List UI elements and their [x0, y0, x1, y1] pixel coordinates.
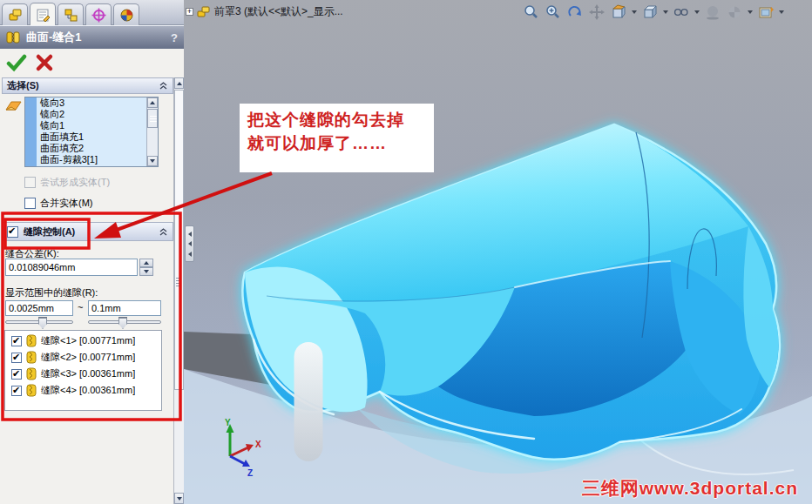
apply-scene-button[interactable]	[756, 3, 775, 22]
scroll-down-button[interactable]	[174, 493, 184, 504]
ok-button[interactable]	[5, 52, 28, 73]
feature-tree-header[interactable]: + 前罩3 (默认<<默认>_显示...	[186, 4, 343, 19]
watermark: 三维网www.3dportal.cn	[582, 476, 798, 501]
ok-check-icon	[6, 53, 27, 72]
show-gaps-range-label: 显示范围中的缝隙(R):	[5, 286, 98, 299]
flyout-tree-handle[interactable]	[185, 225, 194, 262]
dropdown-arrow-icon[interactable]	[779, 10, 784, 14]
spinner-up-button[interactable]	[139, 259, 153, 267]
model-3d-hood[interactable]	[242, 124, 780, 460]
annotation-line1: 把这个缝隙的勾去掉	[247, 108, 426, 131]
list-item[interactable]: 镜向2	[25, 109, 158, 120]
list-item[interactable]: 曲面-剪裁3[1]	[25, 154, 158, 165]
range-min-input[interactable]	[5, 300, 73, 316]
tab-propertymanager[interactable]	[30, 3, 56, 26]
scrollbar-thumb[interactable]	[174, 90, 184, 390]
gap-checkbox[interactable]	[11, 336, 22, 346]
gap-checkbox[interactable]	[11, 353, 22, 363]
part-icon	[197, 6, 211, 18]
try-form-solid-label: 尝试形成实体(T)	[40, 176, 110, 189]
apply-scene-icon	[758, 4, 774, 20]
gap-control-section-header[interactable]: 缝隙控制(A)	[2, 222, 173, 241]
gap-label: 缝隙<2> [0.00771mm]	[41, 351, 135, 364]
section-view-button[interactable]	[609, 3, 628, 22]
gap-icon	[26, 334, 37, 347]
dropdown-arrow-icon[interactable]	[694, 10, 700, 14]
panel-scrollbar[interactable]	[173, 77, 184, 504]
model-3d-scene[interactable]: Y X Z	[184, 0, 812, 504]
scroll-up-button[interactable]	[174, 77, 184, 89]
range-max-input[interactable]	[88, 300, 161, 316]
selection-header-label: 选择(S)	[7, 79, 39, 92]
tree-expand-box[interactable]: +	[186, 8, 193, 16]
surface-knit-icon	[6, 30, 21, 44]
gap-row[interactable]: 缝隙<1> [0.00771mm]	[5, 333, 161, 349]
annotation-line2: 就可以加厚了……	[247, 131, 426, 155]
selection-section-header[interactable]: 选择(S)	[2, 77, 173, 94]
spinner-down-button[interactable]	[139, 267, 153, 276]
gap-checkbox[interactable]	[11, 369, 22, 380]
tree-label[interactable]: 前罩3 (默认<<默认>_显示...	[214, 4, 343, 19]
tab-dimxpertmanager[interactable]	[85, 3, 112, 25]
gap-checkbox[interactable]	[11, 386, 22, 396]
configurationmanager-icon	[64, 8, 78, 23]
displaymanager-icon	[119, 8, 134, 23]
list-item[interactable]: 曲面填充1	[25, 131, 158, 143]
cancel-button[interactable]	[33, 52, 56, 73]
rotate-view-button[interactable]	[565, 3, 585, 22]
featuremanager-tree-icon	[8, 8, 23, 23]
pan-icon	[589, 4, 605, 20]
panel-title-bar: 曲面-缝合1 ?	[0, 25, 184, 49]
help-button[interactable]: ?	[171, 31, 178, 44]
dropdown-arrow-icon[interactable]	[748, 10, 753, 14]
rotate-view-icon	[567, 4, 583, 20]
gap-row[interactable]: 缝隙<3> [0.00361mm]	[5, 366, 161, 382]
merge-entities-checkbox[interactable]	[24, 198, 36, 209]
scroll-down-button[interactable]	[147, 156, 158, 166]
gap-icon	[26, 351, 37, 364]
view-orientation-button[interactable]	[640, 3, 660, 22]
triad-y-label: Y	[225, 418, 231, 427]
tab-displaymanager[interactable]	[113, 3, 139, 25]
list-item[interactable]: 镜向3	[25, 97, 158, 109]
tab-configurationmanager[interactable]	[58, 3, 84, 25]
gap-label: 缝隙<1> [0.00771mm]	[41, 334, 135, 347]
list-item[interactable]: 镜向1	[25, 120, 158, 131]
gap-row[interactable]: 缝隙<2> [0.00771mm]	[5, 349, 161, 366]
scroll-up-button[interactable]	[147, 97, 158, 108]
merge-entities-option[interactable]: 合并实体(M)	[24, 197, 93, 210]
tab-featuremanager[interactable]	[2, 3, 28, 25]
annotation-note: 把这个缝隙的勾去掉 就可以加厚了……	[240, 104, 434, 172]
display-style-button[interactable]	[672, 3, 691, 22]
scrollbar-thumb[interactable]	[147, 109, 158, 128]
section-view-icon	[611, 4, 626, 20]
selection-listbox[interactable]: 镜向3 镜向2 镜向1 曲面填充1 曲面填充2 曲面-剪裁3[1]	[24, 97, 159, 167]
view-orientation-icon	[642, 4, 658, 20]
merge-entities-label: 合并实体(M)	[40, 197, 93, 210]
zoom-to-fit-icon	[524, 4, 539, 20]
appearances-button[interactable]	[725, 3, 744, 22]
cancel-x-icon	[35, 53, 54, 72]
dropdown-arrow-icon[interactable]	[632, 10, 637, 14]
triad-x-label: X	[255, 440, 261, 449]
gap-label: 缝隙<4> [0.00361mm]	[41, 384, 135, 397]
zoom-to-area-button[interactable]	[544, 3, 563, 22]
zoom-to-fit-button[interactable]	[522, 3, 541, 22]
try-form-solid-checkbox	[24, 177, 36, 188]
collapse-chevron-icon[interactable]	[159, 228, 168, 236]
list-item[interactable]: 曲面填充2	[25, 143, 158, 154]
knitting-tolerance-input[interactable]	[5, 259, 138, 276]
scrollbar-grip	[176, 278, 181, 286]
try-form-solid-option: 尝试形成实体(T)	[24, 176, 110, 189]
gap-control-checkbox[interactable]	[7, 226, 18, 238]
pan-button[interactable]	[587, 3, 606, 22]
gap-row[interactable]: 缝隙<4> [0.00361mm]	[5, 382, 161, 399]
shadows-button[interactable]	[703, 3, 722, 22]
range-min-slider-thumb[interactable]	[38, 317, 47, 329]
listbox-scrollbar[interactable]	[146, 97, 158, 166]
graphics-viewport[interactable]: Y X Z + 前罩3 (默认<<默认>_显示...	[184, 0, 812, 504]
range-max-slider-thumb[interactable]	[118, 317, 127, 329]
property-manager-panel: 曲面-缝合1 ? 选择(S) 镜向3 镜向2 镜向1 曲面填充1 曲面填充2 曲…	[0, 0, 184, 504]
dropdown-arrow-icon[interactable]	[663, 10, 668, 14]
collapse-chevron-icon[interactable]	[159, 82, 168, 90]
